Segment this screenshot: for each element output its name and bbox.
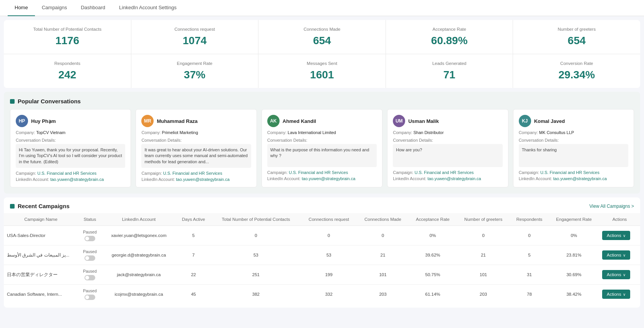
conv-linkedin: tao.yuwen@strategybrain.ca (553, 176, 607, 181)
engagement-rate-cell: 38.42% (549, 285, 599, 304)
engagement-rate-cell: 23.81% (549, 245, 599, 265)
conv-company-row: Company: MK Consultus LLP (519, 130, 628, 135)
actions-button[interactable]: Actions (602, 250, 630, 260)
conversation-card-0[interactable]: HP Huy Phạm Company: TopCV Vietnam Conve… (10, 109, 131, 187)
conv-linkedin-row: LinkedIn Account: tao.yuwen@strategybrai… (519, 176, 628, 181)
conv-campaign: U.S. Financial and HR Services (289, 170, 348, 175)
table-header-actions: Actions (599, 213, 640, 226)
respondents-cell: 5 (510, 245, 549, 265)
conv-company: MK Consultus LLP (539, 130, 574, 135)
conversation-card-2[interactable]: AK Ahmed Kandil Company: Lava Internatio… (262, 109, 382, 187)
campaigns-table: Campaign NameStatusLinkedIn AccountDays … (4, 213, 640, 304)
conv-detail-label: Conversation Details: (519, 138, 628, 142)
conv-company-row: Company: Shan Distributor (393, 130, 502, 135)
connections-made-cell: 101 (357, 265, 409, 285)
connections-request-cell: 332 (301, 285, 357, 304)
campaign-name-cell: USA-Sales-Director (4, 226, 78, 245)
nav-linkedin-settings[interactable]: LinkedIn Account Settings (112, 0, 184, 16)
conv-company: TopCV Vietnam (36, 130, 65, 135)
conv-campaign: U.S. Financial and HR Services (163, 171, 222, 176)
view-all-campaigns-link[interactable]: View All Campaigns > (589, 204, 634, 209)
conv-message: It was great to hear about your AI-drive… (141, 144, 251, 168)
conv-linkedin: tao.yuwen@strategybrain.ca (302, 176, 356, 181)
stat-value-respondents: 242 (12, 69, 123, 81)
acceptance-rate-cell: 0% (409, 226, 457, 245)
conversation-card-1[interactable]: MR Muhammad Raza Company: Primeliot Mark… (136, 109, 257, 187)
table-header-total-number-of-potential-contacts: Total Number of Potential Contacts (211, 213, 301, 226)
acceptance-rate-cell: 39.62% (409, 245, 457, 265)
stats-row-2: Respondents 242 Engagement Rate 37% Mess… (4, 54, 640, 88)
table-header-linkedin-account: LinkedIn Account (102, 213, 176, 226)
conversation-card-4[interactable]: KJ Komal Javed Company: MK Consultus LLP… (513, 109, 634, 187)
stat-connections-request: Connections request 1074 (131, 20, 259, 54)
status-toggle[interactable] (84, 295, 95, 300)
linkedin-cell: xavier.yuan@letsgonex.com (102, 226, 176, 245)
conversation-card-3[interactable]: UM Usman Malik Company: Shan Distributor… (387, 109, 508, 187)
avatar: HP (16, 115, 28, 127)
respondents-cell: 31 (510, 265, 549, 285)
conv-message: How are you? (393, 144, 502, 167)
table-row: Canadian Software, Intern... Paused icoj… (4, 285, 640, 304)
status-cell: Paused (78, 226, 102, 245)
status-toggle[interactable] (84, 236, 95, 241)
recent-campaigns-section: Recent Campaigns View All Campaigns > Ca… (4, 197, 640, 308)
connections-request-cell: 199 (301, 265, 357, 285)
acceptance-rate-cell: 50.75% (409, 265, 457, 285)
conv-name: Muhammad Raza (157, 118, 197, 124)
nav-dashboard[interactable]: Dashboard (74, 0, 112, 16)
stat-label-respondents: Respondents (12, 61, 123, 66)
greeters-cell: 0 (457, 226, 510, 245)
conv-name: Komal Javed (534, 118, 565, 124)
navigation: Home Campaigns Dashboard LinkedIn Accoun… (0, 0, 644, 16)
linkedin-cell: jack@strategybrain.ca (102, 265, 176, 285)
stat-value-potential-contacts: 1176 (12, 35, 123, 47)
actions-button[interactable]: Actions (602, 231, 630, 240)
recent-campaigns-header: Recent Campaigns View All Campaigns > (4, 197, 640, 213)
stat-value-engagement: 37% (139, 69, 251, 81)
conv-name: Ahmed Kandil (283, 118, 316, 124)
respondents-cell: 0 (510, 226, 549, 245)
status-text: Paused (83, 288, 97, 293)
conv-linkedin-row: LinkedIn Account: tao.yuwen@strategybrai… (393, 176, 502, 181)
conv-campaign-row: Campaign: U.S. Financial and HR Services (519, 170, 628, 175)
stat-label-conn-req: Connections request (139, 27, 251, 31)
stat-connections-made: Connections Made 654 (258, 20, 386, 54)
actions-button[interactable]: Actions (602, 290, 630, 299)
stat-label-messages: Messages Sent (266, 61, 378, 66)
respondents-cell: 78 (510, 285, 549, 304)
stat-value-acceptance: 60.89% (394, 35, 505, 47)
stat-leads-generated: Leads Generated 71 (386, 54, 513, 88)
stat-engagement-rate: Engagement Rate 37% (131, 54, 259, 88)
conv-detail-label: Conversation Details: (393, 138, 502, 142)
connections-request-cell: 53 (301, 245, 357, 265)
conv-header: KJ Komal Javed (519, 115, 628, 127)
status-cell: Paused (78, 285, 102, 304)
stat-label-greeters: Number of greeters (521, 27, 632, 31)
actions-button[interactable]: Actions (602, 270, 630, 279)
campaigns-table-body: USA-Sales-Director Paused xavier.yuan@le… (4, 226, 640, 304)
engagement-rate-cell: 30.69% (549, 265, 599, 285)
nav-home[interactable]: Home (8, 0, 35, 16)
connections-made-cell: 0 (357, 226, 409, 245)
linkedin-cell: icojmx@strategybrain.ca (102, 285, 176, 304)
popular-conversations-section: Popular Conversations HP Huy Phạm Compan… (4, 92, 640, 194)
table-header-respondents: Respondents (510, 213, 549, 226)
status-toggle[interactable] (84, 275, 95, 280)
status-text: Paused (83, 230, 97, 234)
conv-detail-label: Conversation Details: (141, 138, 251, 142)
nav-campaigns[interactable]: Campaigns (35, 0, 74, 16)
days-active-cell: 7 (176, 245, 211, 265)
conv-linkedin-row: LinkedIn Account: tao.yuwen@strategybrai… (267, 176, 377, 181)
conv-detail-label: Conversation Details: (267, 138, 377, 142)
status-toggle[interactable] (84, 255, 95, 261)
conv-campaign-row: Campaign: U.S. Financial and HR Services (267, 170, 377, 175)
stat-conversion-rate: Conversion Rate 29.34% (513, 54, 640, 88)
stat-label-conversion: Conversion Rate (521, 61, 632, 66)
recent-campaigns-dot-icon (10, 204, 15, 209)
connections-request-cell: 0 (301, 226, 357, 245)
conv-message: Hi Tao Yuwen, thank you for your proposa… (16, 144, 125, 168)
conv-message: Thanks for sharing (519, 144, 628, 167)
recent-campaigns-title: Recent Campaigns (18, 203, 70, 209)
stats-row-1: Total Number of Potential Contacts 1176 … (4, 20, 640, 54)
conv-header: HP Huy Phạm (16, 115, 125, 127)
